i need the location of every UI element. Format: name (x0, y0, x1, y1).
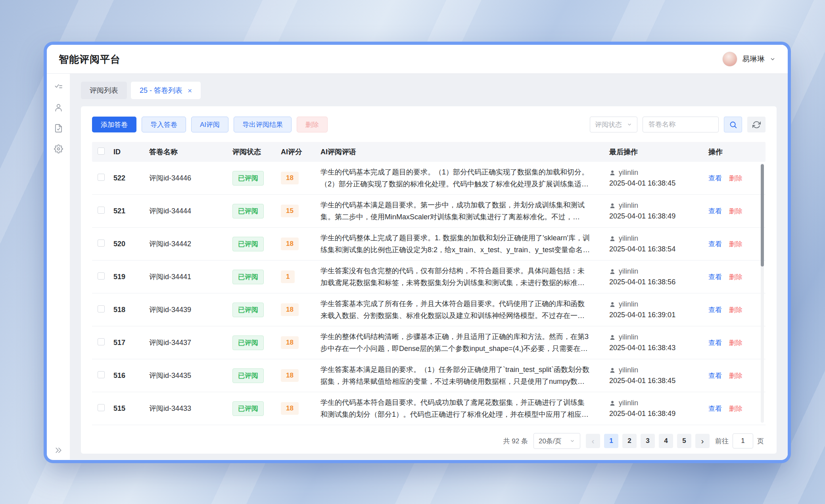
col-answer-name: 答卷名称 (149, 147, 232, 157)
user-name: 易琳琳 (742, 54, 765, 64)
delete-link[interactable]: 删除 (729, 404, 742, 413)
ai-review-button[interactable]: AI评阅 (191, 117, 228, 132)
view-link[interactable]: 查看 (708, 305, 722, 314)
view-link[interactable]: 查看 (708, 404, 722, 413)
chevron-down-icon (627, 122, 632, 127)
refresh-button[interactable] (747, 117, 766, 132)
status-badge: 已评阅 (232, 204, 264, 218)
close-icon[interactable]: × (188, 87, 192, 94)
row-answer-name: 评阅id-34444 (149, 206, 232, 216)
operation-time: 2025-04-01 16:38:49 (609, 212, 705, 220)
scrollbar-thumb[interactable] (761, 164, 764, 266)
ai-comment-text: 学生答案基本满足题目的要求。（1）任务部分正确使用了`train_test_sp… (320, 364, 609, 387)
row-id: 515 (113, 404, 149, 413)
user-icon (609, 268, 616, 275)
view-link[interactable]: 查看 (708, 240, 722, 249)
goto-page-input[interactable] (733, 433, 753, 448)
tab-bar: 评阅列表 25 - 答卷列表 × (81, 82, 777, 99)
score-badge: 18 (281, 336, 299, 349)
app-title: 智能评阅平台 (59, 53, 121, 66)
delete-link[interactable]: 删除 (729, 272, 742, 282)
view-link[interactable]: 查看 (708, 371, 722, 380)
row-checkbox[interactable] (98, 305, 105, 312)
operation-time: 2025-04-01 16:38:49 (609, 410, 705, 418)
prev-page-button[interactable]: ‹ (586, 434, 600, 448)
row-checkbox[interactable] (98, 272, 105, 280)
add-answer-button[interactable]: 添加答卷 (92, 117, 136, 132)
view-link[interactable]: 查看 (708, 272, 722, 282)
status-badge: 已评阅 (232, 237, 264, 251)
row-id: 516 (113, 372, 149, 380)
table-row: 517 评阅id-34437 已评阅 18 学生的整体代码结构清晰，步骤基本正确… (92, 326, 766, 359)
row-checkbox[interactable] (98, 371, 105, 378)
operation-time: 2025-04-01 16:38:45 (609, 377, 705, 385)
import-answer-button[interactable]: 导入答卷 (142, 117, 186, 132)
double-chevron-right-icon[interactable] (54, 446, 63, 455)
chevron-down-icon (769, 56, 776, 62)
main-panel: 添加答卷 导入答卷 AI评阅 导出评阅结果 删除 评阅状态 (81, 106, 777, 454)
delete-link[interactable]: 删除 (729, 338, 742, 347)
view-link[interactable]: 查看 (708, 207, 722, 216)
next-page-button[interactable]: › (695, 434, 710, 448)
view-link[interactable]: 查看 (708, 338, 722, 347)
search-input[interactable] (643, 117, 719, 132)
user-icon (609, 400, 616, 406)
tab-answer-list[interactable]: 25 - 答卷列表 × (131, 82, 201, 99)
table-row: 519 评阅id-34441 已评阅 1 学生答案没有包含完整的代码，仅有部分结… (92, 261, 766, 293)
ai-comment-text: 学生答案没有包含完整的代码，仅有部分结构，不符合题目要求。具体问题包括：未加载鸢… (320, 265, 609, 289)
goto-label: 前往 (715, 437, 729, 446)
select-all-checkbox[interactable] (98, 148, 105, 155)
page-button-3[interactable]: 3 (641, 434, 655, 448)
page-button-5[interactable]: 5 (677, 434, 691, 448)
review-list-icon[interactable] (54, 82, 63, 92)
delete-link[interactable]: 删除 (729, 371, 742, 380)
review-status-select[interactable]: 评阅状态 (590, 117, 637, 132)
table-row: 522 评阅id-34446 已评阅 18 学生的代码基本完成了题目的要求。（1… (92, 162, 766, 195)
operator-name: yilinlin (619, 300, 638, 309)
app-window: 智能评阅平台 易琳琳 (47, 45, 788, 460)
delete-link[interactable]: 删除 (729, 240, 742, 249)
app-header: 智能评阅平台 易琳琳 (47, 45, 788, 74)
operator-name: yilinlin (619, 267, 638, 276)
delete-link[interactable]: 删除 (729, 305, 742, 314)
delete-link[interactable]: 删除 (729, 174, 742, 183)
avatar[interactable] (722, 52, 737, 67)
document-check-icon[interactable] (54, 124, 63, 133)
table-row: 520 评阅id-34442 已评阅 18 学生的代码整体上完成了题目要求。1.… (92, 228, 766, 261)
row-id: 518 (113, 306, 149, 314)
row-checkbox[interactable] (98, 240, 105, 247)
operation-time: 2025-04-01 16:39:01 (609, 311, 705, 319)
user-icon[interactable] (54, 103, 63, 112)
search-button[interactable] (724, 117, 742, 132)
page-button-2[interactable]: 2 (622, 434, 637, 448)
row-answer-name: 评阅id-34442 (149, 239, 232, 249)
page-size-select[interactable]: 20条/页 (533, 433, 580, 449)
refresh-icon (752, 121, 761, 129)
export-results-button[interactable]: 导出评阅结果 (234, 117, 292, 132)
status-badge: 已评阅 (232, 303, 264, 317)
row-answer-name: 评阅id-34435 (149, 371, 232, 380)
delete-button[interactable]: 删除 (297, 117, 328, 132)
delete-link[interactable]: 删除 (729, 207, 742, 216)
chevron-down-icon (570, 438, 575, 444)
row-checkbox[interactable] (98, 338, 105, 345)
user-menu[interactable]: 易琳琳 (722, 52, 776, 67)
tab-review-list[interactable]: 评阅列表 (81, 82, 127, 99)
view-link[interactable]: 查看 (708, 174, 722, 183)
row-checkbox[interactable] (98, 404, 105, 411)
operator-name: yilinlin (619, 201, 638, 210)
search-icon (729, 121, 737, 129)
page-button-1[interactable]: 1 (604, 434, 618, 448)
operator-name: yilinlin (619, 234, 638, 243)
select-placeholder: 评阅状态 (595, 120, 622, 129)
row-checkbox[interactable] (98, 174, 105, 181)
row-checkbox[interactable] (98, 207, 105, 214)
settings-gear-icon[interactable] (54, 144, 63, 153)
content-area: 评阅列表 25 - 答卷列表 × 添加答卷 导入答卷 AI评阅 导出评阅结果 删… (70, 74, 788, 460)
row-answer-name: 评阅id-34441 (149, 272, 232, 282)
operator-name: yilinlin (619, 169, 638, 177)
toolbar: 添加答卷 导入答卷 AI评阅 导出评阅结果 删除 评阅状态 (92, 117, 766, 132)
user-icon (609, 236, 616, 242)
page-button-4[interactable]: 4 (659, 434, 673, 448)
operation-time: 2025-04-01 16:38:54 (609, 245, 705, 253)
